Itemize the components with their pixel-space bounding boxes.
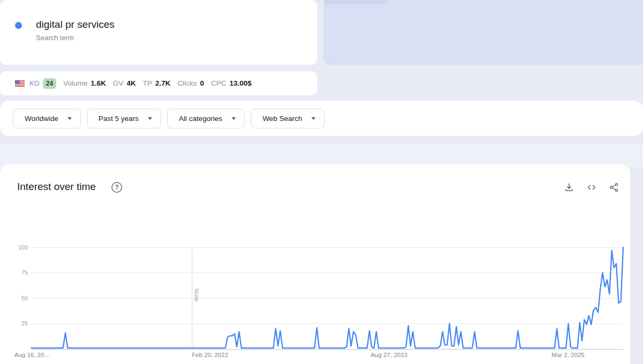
filter-bar: Worldwide Past 5 years All categories We… [0, 101, 643, 136]
kd-score-badge: 24 [43, 78, 56, 89]
trend-line-chart[interactable] [0, 164, 630, 364]
metric-label-volume: Volume [63, 79, 87, 87]
x-tick-3: Mar 2, 2025 [551, 352, 584, 358]
compare-card[interactable]: + Compare [324, 0, 643, 65]
metric-value-clicks: 0 [200, 79, 204, 87]
filter-searchtype-dropdown[interactable]: Web Search [251, 109, 325, 128]
metric-value-tp: 2.7K [155, 79, 171, 87]
chevron-down-icon [148, 117, 152, 120]
x-tick-1: Feb 20, 2022 [192, 352, 228, 358]
chevron-down-icon [231, 117, 236, 120]
metric-value-cpc: 13.00$ [229, 79, 251, 87]
metric-label-gv: GV [113, 79, 124, 87]
filter-category-label: All categories [179, 115, 222, 123]
filter-searchtype-label: Web Search [263, 115, 302, 123]
compare-card-top-strip [324, 0, 387, 4]
search-term-subtitle: Search term [36, 34, 74, 42]
filter-timerange-label: Past 5 years [99, 115, 139, 123]
search-term-title: digital pr services [36, 19, 115, 31]
us-flag-icon [15, 80, 25, 87]
google-trends-page: digital pr services Search term + Compar… [0, 0, 643, 364]
x-tick-2: Aug 27, 2023 [371, 352, 407, 358]
metric-value-volume: 1.6K [91, 79, 106, 87]
background-band [0, 143, 643, 167]
metric-value-gv: 4K [126, 79, 136, 87]
chevron-down-icon [311, 117, 316, 120]
search-term-card[interactable]: digital pr services Search term [0, 0, 317, 65]
trend-series-line [31, 247, 623, 348]
keyword-metrics-bar: KD 24 Volume 1.6K GV 4K TP 2.7K Clicks 0… [0, 71, 317, 95]
metric-label-cpc: CPC [211, 79, 227, 87]
interest-over-time-panel: Interest over time ? [0, 164, 630, 364]
filter-region-label: Worldwide [25, 115, 58, 123]
filter-timerange-dropdown[interactable]: Past 5 years [87, 109, 161, 128]
chevron-down-icon [68, 117, 72, 120]
filter-category-dropdown[interactable]: All categories [167, 109, 245, 128]
x-tick-0: Aug 16, 20… [14, 352, 50, 358]
series-color-dot [15, 22, 22, 29]
metric-label-kd: KD [29, 79, 40, 87]
filter-region-dropdown[interactable]: Worldwide [13, 109, 81, 128]
metric-label-tp: TP [143, 79, 152, 87]
metric-label-clicks: Clicks [177, 79, 197, 87]
